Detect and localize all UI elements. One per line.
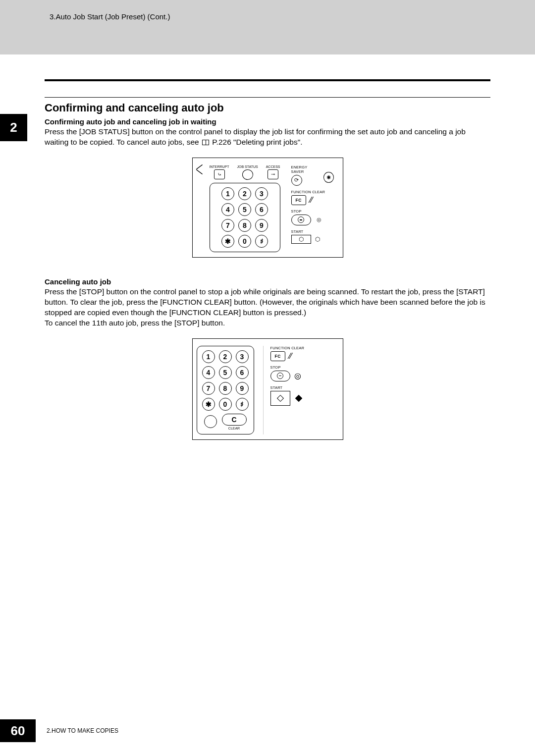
key-9: 9 — [255, 219, 268, 232]
clear-row: C CLEAR — [202, 414, 249, 430]
interrupt-label: INTERRUPT — [210, 165, 229, 168]
stop-group-2: STOP ◎ — [270, 365, 334, 381]
rule-thin — [45, 97, 490, 98]
key-7: 7 — [221, 219, 234, 232]
function-clear-label: FUNCTION CLEAR — [291, 190, 334, 194]
left-edge-arrow — [197, 165, 203, 174]
start-button-2 — [270, 391, 290, 406]
key-4: 4 — [221, 203, 234, 216]
header-band: 3.Auto Job Start (Job Preset) (Cont.) — [0, 0, 535, 54]
key-hash: ♯ — [255, 235, 268, 248]
section-title: Confirming and canceling auto job — [45, 102, 490, 114]
block2-text: Press the [STOP] button on the control p… — [45, 287, 490, 328]
key2-hash: ♯ — [236, 398, 249, 411]
keypad-1: 1 2 3 4 5 6 7 8 9 ✱ 0 ♯ — [210, 183, 280, 252]
blank-key — [204, 415, 217, 428]
key-star: ✱ — [221, 235, 234, 248]
panel1-top-row: INTERRUPT ⤿ JOB STATUS ACCESS ⊸ — [210, 165, 280, 180]
access-button: ACCESS ⊸ — [266, 165, 280, 179]
panel1-left-col: INTERRUPT ⤿ JOB STATUS ACCESS ⊸ 1 — [210, 165, 280, 252]
panel2-left-col: 1 2 3 4 5 6 7 8 9 ✱ 0 ♯ — [197, 346, 254, 434]
rule-thick — [45, 79, 490, 81]
energy-saver-led-icon: ✺ — [323, 172, 334, 183]
panel2-right-col: FUNCTION CLEAR FC ⁄⁄ STOP ◎ START — [263, 346, 334, 434]
stop-led-icon: ◎ — [315, 216, 323, 224]
function-clear-group: FUNCTION CLEAR FC ⁄⁄ — [291, 190, 334, 205]
block2-heading: Canceling auto job — [45, 277, 490, 286]
access-icon: ⊸ — [268, 169, 278, 179]
fc-button: FC — [291, 195, 306, 205]
access-label: ACCESS — [266, 165, 280, 168]
block1-text: Press the [JOB STATUS] button on the con… — [45, 127, 490, 148]
panel-2-wrap: 1 2 3 4 5 6 7 8 9 ✱ 0 ♯ — [45, 338, 490, 440]
fc-led-icon-2: ⁄⁄ — [289, 352, 292, 361]
key2-star: ✱ — [202, 398, 215, 411]
stop-group: STOP ◎ — [291, 209, 334, 225]
key2-6: 6 — [236, 366, 249, 379]
panel-1-wrap: INTERRUPT ⤿ JOB STATUS ACCESS ⊸ 1 — [45, 158, 490, 258]
job-status-button: JOB STATUS — [237, 165, 258, 180]
interrupt-icon: ⤿ — [214, 169, 225, 179]
key2-1: 1 — [202, 350, 215, 363]
energy-saver-icon: ⟳ — [291, 175, 302, 186]
stop-label-2: STOP — [270, 365, 334, 370]
clear-key: C — [222, 414, 247, 426]
job-status-label: JOB STATUS — [237, 165, 258, 168]
block1-text-b: P.226 "Deleting print jobs". — [210, 138, 303, 146]
page-content: Confirming and canceling auto job Confir… — [0, 54, 535, 440]
control-panel-1: INTERRUPT ⤿ JOB STATUS ACCESS ⊸ 1 — [192, 158, 343, 258]
interrupt-button: INTERRUPT ⤿ — [210, 165, 229, 179]
block1-heading: Confirming auto job and canceling job in… — [45, 117, 490, 126]
key-0: 0 — [238, 235, 251, 248]
fc-led-icon: ⁄⁄ — [310, 196, 313, 205]
start-label: START — [291, 229, 334, 234]
key2-0: 0 — [219, 398, 232, 411]
key-8: 8 — [238, 219, 251, 232]
stop-icon — [298, 216, 304, 223]
key-1: 1 — [221, 187, 234, 200]
breadcrumb: 3.Auto Job Start (Job Preset) (Cont.) — [50, 12, 535, 21]
start-button: ⬡ — [291, 235, 311, 244]
start-led-icon: ⬡ — [315, 236, 320, 243]
key2-2: 2 — [219, 350, 232, 363]
key-6: 6 — [255, 203, 268, 216]
stop-led-icon-2: ◎ — [294, 371, 301, 380]
keypad-2: 1 2 3 4 5 6 7 8 9 ✱ 0 ♯ — [197, 346, 254, 434]
fc-button-2: FC — [270, 351, 285, 361]
stop-button-2 — [270, 371, 290, 381]
key2-5: 5 — [219, 366, 232, 379]
key-2: 2 — [238, 187, 251, 200]
panel1-right-col: ENERGY SAVER ⟳ ✺ FUNCTION CLEAR FC ⁄⁄ ST… — [289, 165, 334, 252]
job-status-icon — [242, 169, 253, 180]
function-clear-label-2: FUNCTION CLEAR — [270, 346, 334, 350]
stop-label: STOP — [291, 209, 334, 214]
function-clear-group-2: FUNCTION CLEAR FC ⁄⁄ — [270, 346, 334, 361]
stop-button — [291, 215, 311, 225]
energy-saver-row: ENERGY SAVER ⟳ ✺ — [291, 165, 334, 186]
chapter-tab: 2 — [0, 114, 27, 141]
key2-7: 7 — [202, 382, 215, 395]
control-panel-2: 1 2 3 4 5 6 7 8 9 ✱ 0 ♯ — [192, 338, 343, 440]
footer: 60 2.HOW TO MAKE COPIES — [0, 719, 118, 742]
start-led-icon-2 — [295, 394, 302, 401]
start-group: START ⬡ ⬡ — [291, 229, 334, 244]
footer-chapter: 2.HOW TO MAKE COPIES — [47, 727, 118, 734]
start-label-2: START — [270, 385, 334, 390]
key2-9: 9 — [236, 382, 249, 395]
key2-4: 4 — [202, 366, 215, 379]
book-icon — [202, 140, 209, 145]
energy-saver-label: ENERGY SAVER — [291, 165, 320, 174]
key-5: 5 — [238, 203, 251, 216]
clear-label: CLEAR — [222, 427, 247, 430]
stop-icon-2 — [277, 373, 283, 379]
page-number: 60 — [0, 719, 36, 742]
start-group-2: START — [270, 385, 334, 406]
key-3: 3 — [255, 187, 268, 200]
key2-3: 3 — [236, 350, 249, 363]
start-diamond-icon — [276, 394, 283, 401]
key2-8: 8 — [219, 382, 232, 395]
